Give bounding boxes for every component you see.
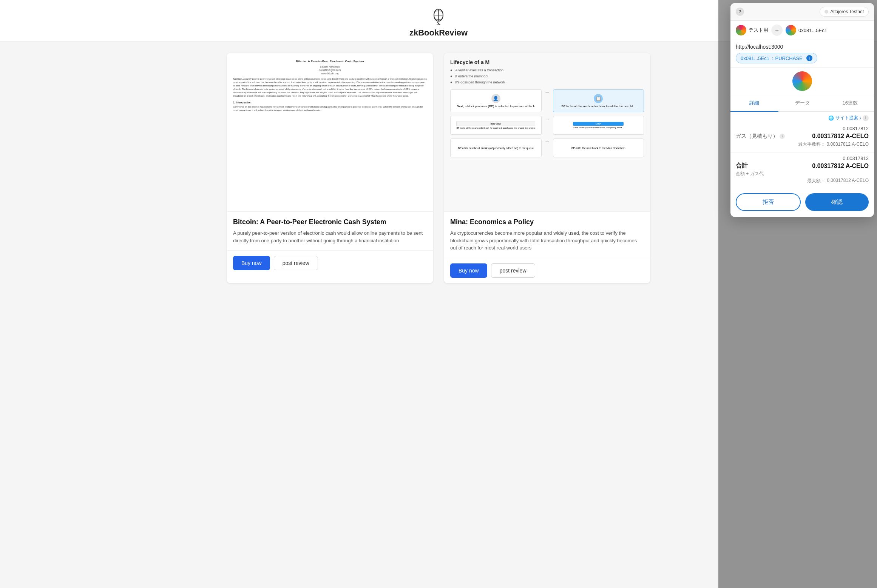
gas-max-label: 最大手数料：	[798, 142, 825, 147]
diagram-step-2: ● It enters the mempool	[450, 74, 644, 78]
network-status-dot	[825, 10, 828, 14]
amount-gas-label: 金額 + ガス代	[736, 171, 764, 177]
book-info-bitcoin: Bitcoin: A Peer-to-Peer Electronic Cash …	[227, 212, 433, 250]
from-avatar	[736, 25, 746, 35]
tab-hex[interactable]: 16進数	[826, 95, 874, 112]
suggestion-info-icon[interactable]: i	[863, 115, 869, 121]
book-preview-diagram-mina: Lifecycle of a M ● A verifier executes a…	[444, 53, 650, 211]
step-label-2: It enters the mempool	[455, 74, 488, 78]
total-value-small: 0.00317812	[843, 155, 869, 161]
total-label: 合計	[736, 162, 748, 170]
post-review-button-bitcoin[interactable]: post review	[274, 256, 318, 270]
tab-data[interactable]: データ	[778, 95, 826, 112]
abstract-label: Abstract.	[233, 78, 243, 80]
max-value: 0.00317812 A-CELO	[827, 178, 869, 184]
preview-intro-bitcoin: Commerce on the Internet has come to rel…	[233, 105, 427, 112]
suggestion-row: 🌐 サイト提案 › i	[730, 112, 874, 123]
big-avatar	[792, 71, 812, 91]
diagram-box-verifier: 👤 Next, a block producer (BP) is selecte…	[450, 89, 542, 112]
metamask-popup: ? Alfajores Testnet テスト用 → 0x081...5Ec1 …	[730, 3, 874, 217]
book-desc-bitcoin: A purely peer-to-peer version of electro…	[233, 229, 427, 244]
metamask-header: ? Alfajores Testnet	[730, 3, 874, 21]
book-title-bitcoin: Bitcoin: A Peer-to-Peer Electronic Cash …	[233, 218, 427, 226]
address-badge: 0x081...5Ec1 : PURCHASE i	[736, 53, 817, 63]
buy-now-button-mina[interactable]: Buy now	[450, 263, 487, 278]
gas-value-small: 0.00317812	[843, 126, 869, 131]
abstract-text: A purely peer-to-peer version of electro…	[233, 78, 427, 97]
gas-max-value: 0.00317812 A-CELO	[827, 142, 869, 147]
main-content: Bitcoin: A Peer-to-Peer Electronic Cash …	[212, 42, 665, 294]
diagram-box-blockchain: BP adds the new block to the Mina blockc…	[553, 139, 644, 157]
gas-small-row: 0.00317812	[736, 126, 869, 131]
diagram-box-bp: 📋 BP looks at the snark order book to ad…	[553, 89, 644, 112]
gas-value-big: 0.00317812 A-CELO	[812, 133, 869, 140]
post-review-button-mina[interactable]: post review	[491, 263, 535, 278]
diagram-arrow-1: →	[545, 89, 550, 112]
diagram-step-1: ● A verifier executes a transaction	[450, 68, 644, 72]
book-title-mina: Mina: Economics a Policy	[450, 218, 644, 226]
svg-line-3	[437, 22, 440, 25]
book-preview-bitcoin: Bitcoin: A Peer-to-Peer Electronic Cash …	[227, 53, 433, 212]
books-grid: Bitcoin: A Peer-to-Peer Electronic Cash …	[227, 53, 650, 283]
gas-info-icon[interactable]: i	[780, 134, 785, 139]
app-title: zkBookReview	[409, 28, 468, 38]
gas-max-row: 最大手数料： 0.00317812 A-CELO	[736, 141, 869, 148]
step-label-3: It's gossiped through the network	[455, 80, 505, 84]
badge-info-icon[interactable]: i	[806, 55, 812, 61]
gas-section: 0.00317812 ガス（見積もり） i 0.00317812 A-CELO …	[730, 123, 874, 152]
to-address-label: 0x081...5Ec1	[798, 28, 827, 33]
gas-max-row-values: 最大手数料： 0.00317812 A-CELO	[798, 141, 869, 148]
suggestion-label: サイト提案	[835, 115, 858, 121]
from-account: テスト用	[736, 25, 768, 35]
site-url-section: http://localhost:3000 0x081...5Ec1 : PUR…	[730, 40, 874, 68]
preview-abstract-bitcoin: Abstract. A purely peer-to-peer version …	[233, 77, 427, 98]
to-account: 0x081...5Ec1	[786, 25, 827, 35]
total-main-row: 合計 0.00317812 A-CELO	[736, 162, 869, 170]
diagram-arrow-2: →	[545, 116, 550, 135]
diagram-box-adds: BP adds new txs & snarks (of previously …	[450, 139, 542, 157]
site-url: http://localhost:3000	[736, 44, 869, 50]
badge-action: PURCHASE	[775, 55, 803, 61]
badge-separator: :	[772, 55, 773, 61]
badge-address: 0x081...5Ec1	[741, 55, 769, 61]
diagram-arrow-3: →	[545, 139, 550, 157]
from-account-label: テスト用	[749, 27, 768, 34]
confirm-button[interactable]: 確認	[805, 193, 869, 211]
reject-button[interactable]: 拒否	[736, 193, 801, 211]
book-actions-mina: Buy now post review	[444, 258, 650, 283]
gas-main-row: ガス（見積もり） i 0.00317812 A-CELO	[736, 133, 869, 140]
network-selector[interactable]: Alfajores Testnet	[820, 7, 869, 17]
metamask-tabs: 詳細 データ 16進数	[730, 95, 874, 112]
book-preview-mina: Lifecycle of a M ● A verifier executes a…	[444, 53, 650, 212]
gas-label-text: ガス（見積もり）	[736, 133, 778, 140]
book-card-bitcoin: Bitcoin: A Peer-to-Peer Electronic Cash …	[227, 53, 433, 283]
book-desc-mina: As cryptocurrencies become more popular …	[450, 229, 644, 252]
globe-icon: 🌐	[828, 115, 834, 121]
book-actions-bitcoin: Buy now post review	[227, 250, 433, 276]
preview-title-bitcoin: Bitcoin: A Peer-to-Peer Electronic Cash …	[233, 59, 427, 63]
action-buttons: 拒否 確認	[730, 189, 874, 217]
total-sub-row: 金額 + ガス代	[736, 171, 869, 177]
book-card-mina: Lifecycle of a M ● A verifier executes a…	[444, 53, 650, 283]
help-icon[interactable]: ?	[736, 8, 744, 16]
book-info-mina: Mina: Economics a Policy As cryptocurren…	[444, 212, 650, 258]
total-value-big: 0.00317812 A-CELO	[812, 163, 869, 169]
network-label: Alfajores Testnet	[831, 9, 864, 14]
logo-icon	[429, 8, 448, 26]
max-label: 最大額：	[807, 178, 825, 184]
max-row: 最大額： 0.00317812 A-CELO	[736, 178, 869, 184]
diagram-area: ● A verifier executes a transaction ● It…	[444, 68, 650, 211]
book-preview-content-bitcoin: Bitcoin: A Peer-to-Peer Electronic Cash …	[227, 53, 433, 211]
total-section: 0.00317812 合計 0.00317812 A-CELO 金額 + ガス代…	[730, 152, 874, 189]
buy-now-button-bitcoin[interactable]: Buy now	[233, 256, 270, 270]
transfer-arrow-icon: →	[771, 25, 783, 36]
tab-details[interactable]: 詳細	[730, 95, 778, 112]
big-avatar-section	[730, 68, 874, 95]
diagram-step-3: ● It's gossiped through the network	[450, 80, 644, 84]
to-avatar	[786, 25, 796, 35]
preview-author-bitcoin: Satoshi Nakamotosatoshin@gmx.comwww.bitc…	[233, 65, 427, 75]
diagram-box-mina: MINA Each recently added order book comp…	[553, 116, 644, 135]
gas-label: ガス（見積もり） i	[736, 133, 785, 140]
preview-section-bitcoin: 1. Introduction	[233, 101, 427, 105]
total-small-row: 0.00317812	[736, 155, 869, 161]
